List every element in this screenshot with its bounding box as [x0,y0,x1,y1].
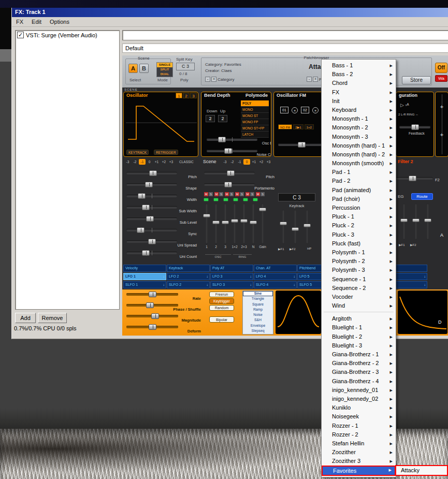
lfo-shape-option[interactable]: S&H [243,317,273,323]
menubar-item[interactable]: Edit [27,18,46,26]
keytrack-root-note[interactable]: C 3 [278,193,315,201]
solo-button[interactable]: S [209,192,213,196]
eg-curve-display[interactable]: D [398,291,447,334]
menu-item[interactable]: Rozzer - 1 ▶ [322,422,396,430]
lfo-trigger-option[interactable]: Keytrigger [209,298,234,304]
remove-button[interactable]: Remove [38,313,67,323]
menu-item[interactable]: Monosynth (hard) - 2 ▶ [322,150,396,159]
lfo-trigger-option[interactable]: Freerun [209,292,234,297]
menu-item[interactable]: Chord ▶ [322,79,396,88]
lfo-shape-option[interactable]: Sine [243,291,273,296]
lfo-cell[interactable]: LFO 2 ↓ [167,273,210,280]
fx-grid-plus-icon[interactable]: + [436,104,448,110]
plugin-list[interactable]: VSTi: Surge (Vember Audio) [15,30,120,310]
slider-handle[interactable] [292,227,299,231]
keytrack-button[interactable]: KEYTRACK [126,150,149,155]
polymode-option[interactable]: MONO ST+FP [241,125,269,132]
octave-option[interactable]: -2 [132,159,138,165]
menu-item[interactable]: Sequence - 1 ▶ [322,275,396,284]
slfo-cell[interactable]: SLFO 3 ↓ [210,281,253,288]
scene-a-button[interactable]: A [128,64,138,73]
scene-mode-selector[interactable]: SINGLESPLITDUAL [156,62,173,77]
mod-source-cell[interactable]: Velocity [123,265,166,272]
polymode-option[interactable]: MONO [241,107,269,113]
eg-f1-label[interactable]: ▶F1 [399,243,405,246]
octave-option[interactable]: +1 [251,159,257,165]
mute-button[interactable]: M [235,192,239,196]
lfo-shape-option[interactable]: Noise [243,312,273,317]
slider-handle[interactable] [222,221,229,224]
menu-item[interactable]: Bluelight - 1 ▶ [322,323,396,332]
slider-handle[interactable] [424,219,431,222]
octave-option[interactable]: -3 [222,159,228,165]
octave-option[interactable]: +3 [265,159,272,165]
menu-item[interactable]: Monosynth (hard) - 1 ▶ [322,141,396,150]
menu-item[interactable]: Wind ▶ [322,301,396,310]
fx-bypass-off-button[interactable]: Off [435,63,447,73]
fx-grid-plus-icon[interactable]: + [436,132,448,138]
keytrack-f1-label[interactable]: ▶F1 [278,247,284,251]
slider-handle[interactable] [409,176,416,181]
bend-down-value[interactable]: 2 [206,115,215,122]
scene-mode-option[interactable]: DUAL [157,72,172,77]
scene-mode-option[interactable]: SPLIT [157,67,172,72]
menu-item[interactable]: Pad (animated) ▶ [322,186,396,195]
route-button[interactable]: Route [411,193,433,200]
solo-button[interactable]: S [261,192,265,196]
octave-option[interactable]: 0 [146,159,153,165]
menu-item[interactable]: Percussion ▶ [322,204,396,212]
menu-item[interactable]: Monosynth (smooth) ▶ [322,159,396,168]
split-key-value[interactable]: C 3 [176,63,195,70]
lfo-shape-option[interactable]: Ramp [243,307,273,312]
octave-option[interactable]: +3 [168,159,175,165]
slider-handle[interactable] [298,142,306,148]
fm-routing-option[interactable]: 2▶1 [293,124,303,129]
menu-item[interactable]: Sequence - 2 ▶ [322,284,396,293]
lfo-shape-option[interactable]: Triangle [243,296,273,301]
submenu-item-attacky[interactable]: Attacky [396,466,447,475]
fm-routing-option[interactable]: 1+2 [305,124,314,129]
mute-button[interactable]: M [204,192,208,196]
octave-option[interactable]: +1 [153,159,160,165]
solo-button[interactable]: S [250,192,254,196]
menu-item[interactable]: Rozzer - 2 ▶ [322,430,396,439]
patch-prev-button[interactable]: - [307,77,312,82]
menu-item[interactable]: Polysynth - 2 ▶ [322,257,396,266]
lfo-trigger-option[interactable]: Random [209,305,234,311]
menubar-item[interactable]: Options [46,18,74,26]
category-next-button[interactable]: + [211,77,216,82]
menu-item[interactable]: Pluck (fast) ▶ [322,239,396,248]
store-button[interactable]: Store [402,76,431,84]
keytrack-hp-label[interactable]: HP [307,247,311,250]
mute-button[interactable]: M [245,192,250,196]
slider-handle[interactable] [411,124,419,130]
slider-handle[interactable] [212,221,220,224]
octave-option[interactable]: 0 [243,159,250,165]
lfo-waveform-display[interactable] [276,291,321,334]
fm-routing-option[interactable]: NO FM [278,124,292,129]
slider-handle[interactable] [240,219,248,223]
menu-item[interactable]: inigo_kennedy_01 ▶ [322,386,396,395]
category-prev-button[interactable]: - [205,77,210,82]
octave-option[interactable]: -2 [229,159,236,165]
menu-item[interactable]: Monosynth - 1 ▶ [322,114,396,123]
polymode-option[interactable]: MONO FP [241,119,269,125]
solo-button[interactable]: S [219,192,223,196]
oscillator-tab[interactable]: 3 [190,93,197,98]
slider-handle[interactable] [280,222,287,225]
slider-handle[interactable] [231,219,238,223]
osc-mode-classic[interactable]: CLASSIC [179,160,194,164]
octave-option[interactable]: +2 [258,159,265,165]
slider-handle[interactable] [259,208,266,211]
menu-item[interactable]: Vocoder ▶ [322,293,396,301]
slfo-cell[interactable]: SLFO 2 ↓ [167,281,210,288]
plugin-name-input[interactable] [122,30,448,40]
preset-combo[interactable]: Default [122,43,448,53]
slider-handle[interactable] [412,219,420,222]
mute-button[interactable]: M [214,192,219,196]
oscillator-tab[interactable]: 1 [176,93,182,98]
slider-track[interactable] [234,204,236,244]
menu-item[interactable]: Bass - 2 ▶ [322,70,396,79]
menu-item[interactable]: ▶ [322,310,396,314]
scene-mode-option[interactable]: SINGLE [157,63,172,67]
